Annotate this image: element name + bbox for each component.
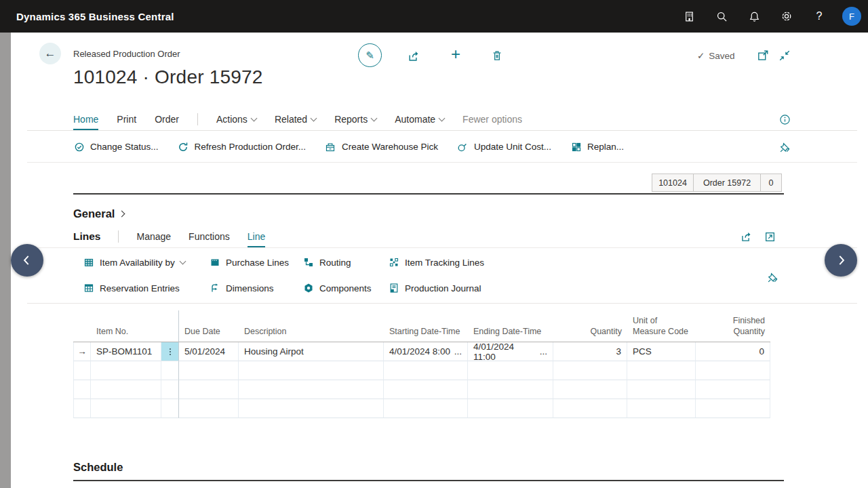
vertical-ellipsis-icon [165, 347, 175, 357]
chevron-down-icon [311, 115, 317, 121]
production-journal-button[interactable]: Production Journal [388, 281, 481, 296]
edit-button[interactable]: ✎ [358, 43, 382, 67]
fewer-options-button[interactable]: Fewer options [462, 108, 522, 130]
lines-divider [118, 230, 119, 243]
header-row-selector [73, 310, 91, 342]
cell-starting-date-time[interactable]: 4/01/2024 8:00... [384, 342, 468, 361]
production-journal-icon [388, 283, 399, 294]
help-icon[interactable]: ? [803, 0, 835, 33]
lines-toolbar-divider [27, 303, 857, 304]
lines-share-button[interactable] [738, 229, 753, 244]
chevron-left-icon [21, 254, 33, 266]
settings-icon[interactable] [770, 0, 803, 33]
schedule-section-header[interactable]: Schedule [73, 461, 123, 474]
empty-cell [384, 361, 468, 380]
unpin-actionbar-button[interactable] [777, 140, 792, 155]
empty-cell [553, 380, 627, 399]
unpin-lines-toolbar-button[interactable] [765, 270, 780, 285]
cell-ending-date-time[interactable]: 4/01/2024 11:00... [468, 342, 553, 361]
tab-order[interactable]: Order [155, 108, 179, 130]
company-icon[interactable] [673, 0, 705, 33]
purchase-lines-button[interactable]: Purchase Lines [209, 255, 289, 270]
components-icon [302, 283, 314, 294]
avatar[interactable]: F [842, 7, 861, 26]
row-options-button[interactable] [161, 342, 179, 361]
header-description[interactable]: Description [239, 310, 384, 342]
share-icon [407, 49, 420, 62]
cell-due-date[interactable]: 5/01/2024 [179, 342, 239, 361]
action-bar: Change Status... Refresh Production Orde… [27, 131, 857, 163]
minimize-button[interactable] [777, 48, 792, 63]
summary-field-quantity[interactable]: 0 [760, 174, 782, 192]
empty-cell [696, 380, 770, 399]
cell-finished-quantity[interactable]: 0 [696, 342, 770, 361]
tab-reports[interactable]: Reports [334, 108, 376, 130]
change-status-button[interactable]: Change Status... [73, 141, 159, 152]
info-icon [779, 114, 791, 125]
tab-divider [197, 113, 198, 125]
lines-tab-manage[interactable]: Manage [136, 225, 171, 247]
cell-description[interactable]: Housing Airpot [239, 342, 384, 361]
dimensions-button[interactable]: Dimensions [209, 281, 274, 296]
tab-home[interactable]: Home [73, 108, 98, 130]
empty-cell [239, 399, 384, 418]
empty-cell [73, 380, 91, 399]
header-finished-quantity[interactable]: Finished Quantity [696, 310, 770, 342]
summary-field-no[interactable]: 101024 [652, 174, 694, 192]
tab-actions[interactable]: Actions [216, 108, 256, 130]
create-warehouse-pick-button[interactable]: Create Warehouse Pick [325, 141, 438, 152]
next-record-button[interactable] [825, 244, 857, 277]
dimensions-icon [209, 283, 220, 294]
trash-icon [491, 49, 503, 62]
cell-quantity[interactable]: 3 [553, 342, 627, 361]
cell-unit-of-measure-code[interactable]: PCS [627, 342, 696, 361]
item-availability-icon [83, 257, 94, 268]
empty-cell [627, 380, 696, 399]
lines-title: Lines [73, 225, 100, 247]
back-button[interactable]: ← [39, 43, 61, 64]
saved-label: Saved [709, 51, 734, 61]
empty-cell [239, 361, 384, 380]
open-in-new-window-icon [757, 49, 769, 62]
summary-field-description[interactable]: Order 15972 [693, 174, 761, 192]
lines-tab-functions[interactable]: Functions [189, 225, 230, 247]
cell-item-no[interactable]: SP-BOM1101 [91, 342, 161, 361]
header-quantity[interactable]: Quantity [553, 310, 627, 342]
empty-cell [239, 380, 384, 399]
components-button[interactable]: Components [302, 281, 372, 296]
header-due-date[interactable]: Due Date [179, 310, 239, 342]
delete-button[interactable] [490, 48, 505, 63]
open-in-new-window-button[interactable] [755, 48, 770, 63]
row-selected-indicator: → [73, 342, 91, 361]
replan-button[interactable]: Replan... [570, 141, 624, 152]
search-icon[interactable] [705, 0, 738, 33]
tab-print[interactable]: Print [117, 108, 136, 130]
previous-record-button[interactable] [11, 244, 43, 277]
header-row-menu [161, 310, 179, 342]
header-ending-date-time[interactable]: Ending Date-Time [468, 310, 553, 342]
topbar-icons: ? F [673, 0, 868, 33]
notifications-icon[interactable] [738, 0, 770, 33]
routing-button[interactable]: Routing [302, 255, 351, 270]
lines-part-header: Lines Manage Functions Line [27, 225, 857, 248]
page-inspection-button[interactable] [777, 112, 792, 127]
general-summary-fields: 101024 Order 15972 0 [652, 174, 782, 192]
add-button[interactable]: + [448, 47, 463, 62]
tab-related[interactable]: Related [275, 108, 316, 130]
header-starting-date-time[interactable]: Starting Date-Time [384, 310, 468, 342]
general-section-header[interactable]: General [73, 207, 124, 220]
empty-cell [73, 399, 91, 418]
item-tracking-lines-button[interactable]: Item Tracking Lines [388, 255, 484, 270]
empty-cell [627, 361, 696, 380]
tab-automate[interactable]: Automate [395, 108, 444, 130]
refresh-production-order-button[interactable]: Refresh Production Order... [178, 141, 306, 152]
share-button[interactable] [406, 48, 420, 63]
empty-cell [468, 399, 553, 418]
lines-tab-line[interactable]: Line [248, 225, 265, 247]
header-unit-of-measure-code[interactable]: Unit of Measure Code [627, 310, 696, 342]
reservation-entries-button[interactable]: Reservation Entries [83, 281, 180, 296]
item-availability-by-button[interactable]: Item Availability by [83, 255, 185, 270]
lines-focus-mode-button[interactable] [762, 229, 777, 244]
header-item-no[interactable]: Item No. [91, 310, 161, 342]
update-unit-cost-button[interactable]: Update Unit Cost... [457, 141, 551, 152]
